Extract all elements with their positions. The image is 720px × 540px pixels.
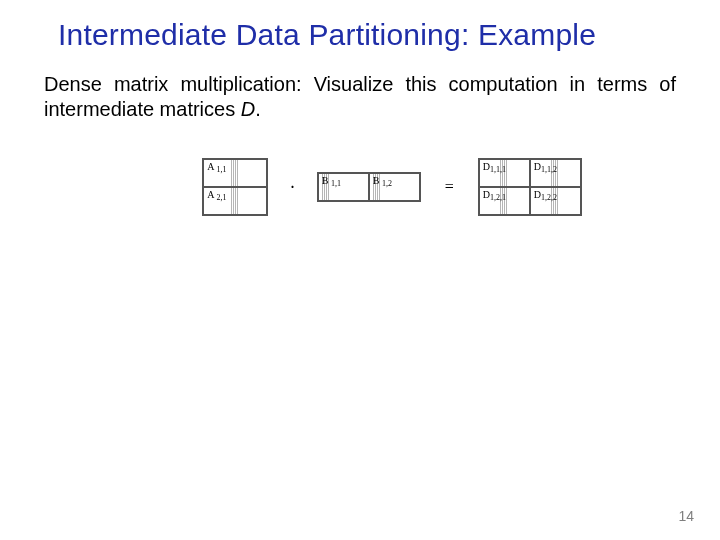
matrix-d: D1,1,1 D1,1,2 D1,2,1 D1,2,2 <box>478 158 582 216</box>
matrix-b-cell: B 1,1 <box>318 173 369 201</box>
body-text: Dense matrix multiplication: Visualize t… <box>44 72 676 122</box>
cell-label: D1,1,2 <box>534 161 557 172</box>
matrix-d-cell: D1,2,2 <box>530 187 581 215</box>
hatch-stripe <box>231 187 239 215</box>
matrix-d-cell: D1,2,1 <box>479 187 530 215</box>
matrix-b: B 1,1 B 1,2 <box>317 172 421 202</box>
cell-label: A 2,1 <box>207 189 226 200</box>
slide: Intermediate Data Partitioning: Example … <box>0 0 720 540</box>
matrix-d-cell: D1,1,2 <box>530 159 581 187</box>
dot-operator: · <box>284 177 301 198</box>
body-post: . <box>255 98 261 120</box>
matrix-b-cell: B 1,2 <box>369 173 420 201</box>
slide-title: Intermediate Data Partitioning: Example <box>58 18 676 52</box>
body-pre: Dense matrix multiplication: Visualize t… <box>44 73 676 120</box>
cell-label: D1,2,2 <box>534 189 557 200</box>
cell-label: D1,1,1 <box>483 161 506 172</box>
cell-label: B 1,2 <box>373 175 392 186</box>
cell-label: D1,2,1 <box>483 189 506 200</box>
body-italic: D <box>241 98 255 120</box>
hatch-stripe <box>231 159 239 187</box>
matrix-diagram: A 1,1 A 2,1 · B 1,1 B 1,2 = D1,1,1 <box>108 158 676 216</box>
matrix-a: A 1,1 A 2,1 <box>202 158 268 216</box>
cell-label: B 1,1 <box>322 175 341 186</box>
matrix-d-cell: D1,1,1 <box>479 159 530 187</box>
matrix-a-cell: A 1,1 <box>203 159 267 187</box>
page-number: 14 <box>678 508 694 524</box>
cell-label: A 1,1 <box>207 161 226 172</box>
matrix-a-cell: A 2,1 <box>203 187 267 215</box>
equals-operator: = <box>437 178 462 196</box>
